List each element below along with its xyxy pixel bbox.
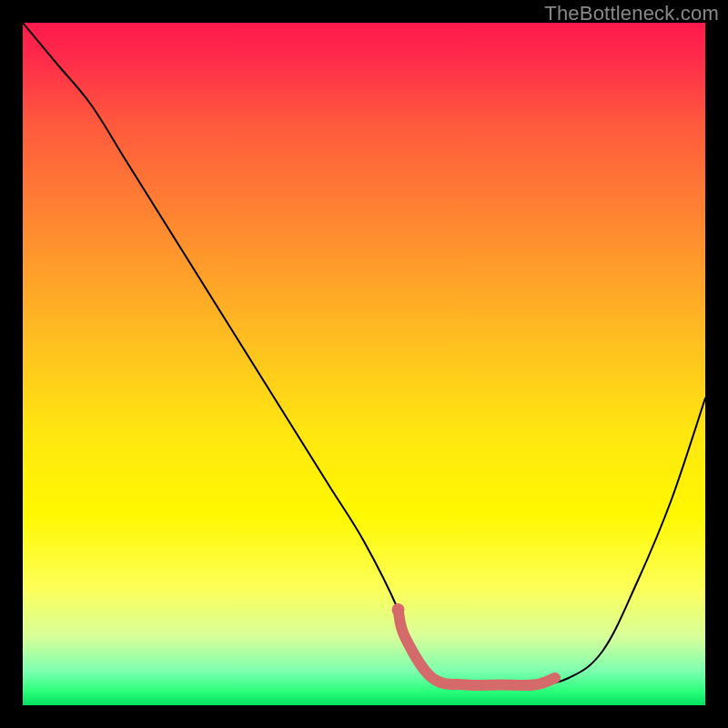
chart-svg bbox=[23, 23, 705, 705]
bottleneck-curve bbox=[23, 23, 705, 685]
highlight-dot bbox=[392, 603, 405, 616]
chart-area bbox=[23, 23, 705, 705]
highlight-segment bbox=[399, 610, 556, 685]
watermark-text: TheBottleneck.com bbox=[544, 2, 719, 25]
